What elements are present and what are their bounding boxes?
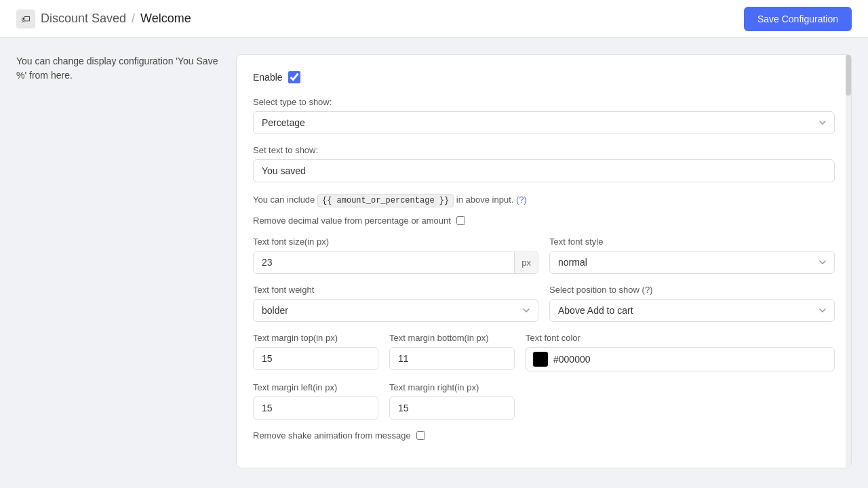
margin-top-label: Text margin top(in px) (253, 333, 378, 343)
hint-text-before: You can include (253, 195, 315, 205)
set-text-label: Set text to show: (253, 145, 835, 155)
margin-right-label: Text margin right(in px) (389, 382, 515, 392)
breadcrumb: Discount Saved / Welcome (41, 12, 191, 26)
font-style-col: Text font style normal italic oblique (549, 237, 835, 274)
font-color-label: Text font color (526, 333, 835, 343)
margin-bottom-label: Text margin bottom(in px) (389, 333, 515, 343)
font-size-unit: px (514, 252, 538, 273)
font-weight-position-row: Text font weight normal bold bolder ligh… (253, 285, 835, 322)
position-dropdown[interactable]: Above Add to cart Below Add to cart Afte… (549, 299, 835, 322)
remove-shake-label: Remove shake animation from message (253, 430, 411, 441)
main-content: You can change display configuration 'Yo… (0, 38, 868, 485)
margin-right-col: Text margin right(in px) px (389, 382, 515, 420)
breadcrumb-separator: / (132, 12, 135, 26)
remove-decimal-label: Remove decimal value from percentage or … (253, 216, 451, 226)
scrollbar-thumb[interactable] (846, 55, 851, 96)
select-type-dropdown[interactable]: Percetage Amount Both (253, 111, 835, 134)
margin-bottom-input-group: px (389, 347, 515, 370)
font-style-dropdown[interactable]: normal italic oblique (549, 251, 835, 274)
font-weight-dropdown[interactable]: normal bold bolder lighter (253, 299, 538, 322)
breadcrumb-item-welcome: Welcome (140, 12, 191, 26)
save-configuration-button[interactable]: Save Configuration (744, 7, 852, 31)
margin-right-input[interactable] (390, 397, 515, 419)
select-type-row: Select type to show: Percetage Amount Bo… (253, 97, 835, 134)
sidebar-description-text: You can change display configuration 'Yo… (16, 54, 220, 83)
font-size-col: Text font size(in px) px (253, 237, 538, 274)
set-text-input[interactable] (253, 159, 835, 182)
position-col: Select position to show (?) Above Add to… (549, 285, 835, 322)
margin-top-col: Text margin top(in px) px (253, 333, 378, 371)
margin-bottom-input[interactable] (390, 348, 515, 369)
font-size-input-group: px (253, 251, 538, 274)
margin-bottom-col: Text margin bottom(in px) px (389, 333, 515, 371)
remove-decimal-checkbox[interactable] (456, 216, 465, 225)
font-color-input-group[interactable]: #000000 (526, 347, 835, 371)
header-left: 🏷 Discount Saved / Welcome (16, 9, 191, 28)
margin-top-input-group: px (253, 347, 378, 370)
config-panel: Enable Select type to show: Percetage Am… (236, 54, 852, 468)
color-swatch (533, 352, 548, 367)
remove-decimal-row: Remove decimal value from percentage or … (253, 216, 835, 226)
breadcrumb-item-discount-saved: Discount Saved (41, 12, 126, 26)
enable-label: Enable (253, 72, 283, 83)
set-text-row: Set text to show: (253, 145, 835, 182)
sidebar-description: You can change display configuration 'Yo… (16, 54, 220, 468)
margin-left-input-group: px (253, 396, 378, 420)
margin-right-input-group: px (389, 396, 515, 420)
hint-row: You can include {{ amount_or_percentage … (253, 193, 835, 207)
enable-checkbox[interactable] (288, 71, 300, 83)
header: 🏷 Discount Saved / Welcome Save Configur… (0, 0, 868, 38)
font-size-label: Text font size(in px) (253, 237, 538, 247)
font-weight-label: Text font weight (253, 285, 538, 295)
hint-help-link[interactable]: (?) (516, 195, 527, 205)
font-size-style-row: Text font size(in px) px Text font style… (253, 237, 835, 274)
font-style-label: Text font style (549, 237, 835, 247)
margin-left-label: Text margin left(in px) (253, 382, 378, 392)
enable-row: Enable (253, 71, 835, 83)
margin-top-bottom-color-row: Text margin top(in px) px Text margin bo… (253, 333, 835, 371)
font-size-input[interactable] (254, 251, 514, 273)
remove-shake-row: Remove shake animation from message (253, 430, 835, 441)
color-value: #000000 (553, 354, 591, 365)
margin-left-right-row: Text margin left(in px) px Text margin r… (253, 382, 835, 420)
margin-left-col: Text margin left(in px) px (253, 382, 378, 420)
hint-text-after: in above input. (456, 195, 514, 205)
app-icon: 🏷 (16, 9, 35, 28)
select-type-label: Select type to show: (253, 97, 835, 107)
font-color-col: Text font color #000000 (526, 333, 835, 371)
scrollbar-track[interactable] (846, 55, 851, 468)
margin-top-input[interactable] (254, 348, 378, 369)
hint-code: {{ amount_or_percentage }} (317, 194, 454, 207)
remove-shake-checkbox[interactable] (416, 431, 425, 440)
font-weight-col: Text font weight normal bold bolder ligh… (253, 285, 538, 322)
margin-left-input[interactable] (254, 397, 378, 419)
position-label: Select position to show (?) (549, 285, 835, 295)
